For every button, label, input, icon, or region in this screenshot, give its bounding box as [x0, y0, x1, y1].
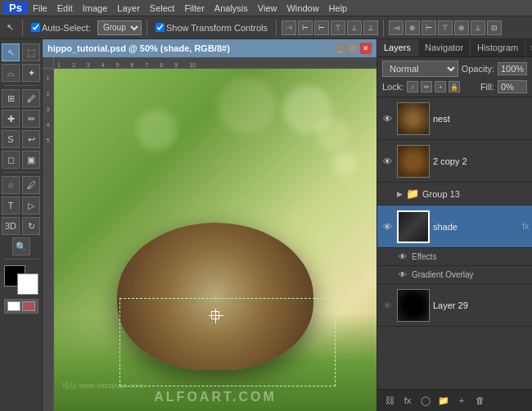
gradient-visibility-icon[interactable]: 👁: [397, 269, 408, 281]
tool-sep-1: [4, 85, 38, 86]
layer-2copy2[interactable]: 👁 2 copy 2: [377, 140, 532, 183]
pen-tool-btn[interactable]: 🖊: [22, 176, 40, 194]
tab-layers[interactable]: Layers: [377, 39, 418, 56]
effects-visibility-icon[interactable]: 👁: [397, 251, 408, 263]
layer-shade-visibility[interactable]: 👁: [381, 220, 394, 233]
align-bottom-icon[interactable]: ⊥: [363, 20, 378, 35]
new-layer-icon[interactable]: +: [454, 393, 469, 408]
crop-tool-btn[interactable]: ⊞: [2, 89, 20, 107]
menu-bar: Ps File Edit Image Layer Select Filter A…: [0, 0, 532, 16]
opacity-input[interactable]: [498, 62, 527, 75]
brush-tool-btn[interactable]: ✏: [22, 110, 40, 128]
menu-layer[interactable]: Layer: [112, 2, 145, 15]
dist-middle-icon[interactable]: ⊕: [454, 20, 469, 35]
background-color[interactable]: [17, 273, 38, 295]
dist-center-icon[interactable]: ⊕: [405, 20, 420, 35]
close-button[interactable]: ✕: [360, 43, 372, 54]
menu-window[interactable]: Window: [282, 2, 323, 15]
add-style-icon[interactable]: fx: [400, 393, 415, 408]
align-left-icon[interactable]: ⊣: [282, 20, 296, 35]
layer-nest[interactable]: 👁 nest: [377, 97, 532, 140]
new-group-icon[interactable]: 📁: [436, 393, 451, 408]
rotate-view-btn[interactable]: ↻: [22, 217, 40, 235]
toolbar-divider-2: [147, 20, 147, 36]
layer-nest-thumb: [397, 102, 430, 135]
group-expand-arrow[interactable]: ▶: [397, 190, 403, 198]
blend-mode-select[interactable]: Normal: [382, 61, 458, 77]
eyedrop-tool-btn[interactable]: 🖉: [22, 89, 40, 107]
lock-all-icon[interactable]: 🔒: [449, 81, 460, 93]
layer-group13[interactable]: ▶ 📁 Group 13: [377, 183, 532, 206]
lock-icons: / ✏ + 🔒: [407, 81, 460, 93]
move-tool-icon[interactable]: ↖: [3, 20, 17, 34]
align-right-icon[interactable]: ⊢: [314, 20, 329, 35]
lock-pixels-icon[interactable]: ✏: [421, 81, 432, 93]
shape-tool-btn[interactable]: ▷: [22, 196, 40, 215]
toolbar-divider-3: [276, 20, 277, 36]
layer-29-name: Layer 29: [433, 300, 529, 310]
dist-extra-icon[interactable]: ⊟: [487, 20, 502, 35]
selection-tool-btn[interactable]: ⬚: [22, 43, 40, 61]
align-center-h-icon[interactable]: ⊢: [298, 20, 313, 35]
layer-nest-visibility[interactable]: 👁: [381, 112, 394, 125]
vertical-ruler: 1 2 3 4 5: [43, 69, 54, 411]
link-layers-icon[interactable]: ⛓: [382, 393, 397, 408]
ruler-tick-6: 6: [131, 62, 134, 68]
maximize-button[interactable]: □: [347, 43, 358, 54]
menu-edit[interactable]: Edit: [52, 2, 78, 15]
align-middle-icon[interactable]: ⊥: [347, 20, 362, 35]
lock-transparent-icon[interactable]: /: [407, 81, 418, 93]
gradient-tool-btn[interactable]: ▣: [22, 151, 40, 169]
layer-2copy2-visibility[interactable]: 👁: [381, 155, 394, 168]
opacity-label: Opacity:: [462, 64, 494, 74]
layer-shade[interactable]: 👁 shade fx: [377, 206, 532, 248]
group-select-dropdown[interactable]: Group: [97, 20, 142, 35]
thumb-shade-img: [399, 212, 428, 242]
spot-heal-btn[interactable]: ✚: [2, 110, 20, 128]
menu-image[interactable]: Image: [78, 2, 113, 15]
move-tool-btn[interactable]: ↖: [2, 43, 20, 61]
layer-29-visibility[interactable]: 👁: [381, 299, 394, 312]
canvas-viewport[interactable]: 论坛 www.missyuan.com ALFOART.COM: [54, 69, 376, 411]
clone-stamp-btn[interactable]: S: [2, 130, 20, 148]
tool-sep-3: [4, 259, 38, 260]
ruler-tick-5: 5: [116, 62, 119, 68]
magic-wand-btn[interactable]: ✦: [22, 64, 40, 82]
add-mask-icon[interactable]: ◯: [418, 393, 433, 408]
dist-top-icon[interactable]: ⊤: [438, 20, 453, 35]
menu-select[interactable]: Select: [145, 2, 180, 15]
align-top-icon[interactable]: ⊤: [331, 20, 345, 35]
dist-right-icon[interactable]: ⊢: [422, 20, 436, 35]
tab-histogram[interactable]: Histogram: [471, 39, 525, 56]
lock-position-icon[interactable]: +: [435, 81, 446, 93]
tab-navigator[interactable]: Navigator: [418, 39, 471, 56]
mode-buttons[interactable]: [4, 299, 38, 314]
layer-nest-name: nest: [433, 114, 529, 124]
panel-close-icon[interactable]: ≡: [525, 39, 532, 56]
auto-select-checkbox[interactable]: [31, 23, 40, 32]
canvas-area: hippo_tutorial.psd @ 50% (shade, RGB/8#)…: [43, 39, 376, 411]
menu-filter[interactable]: Filter: [179, 2, 209, 15]
fill-input[interactable]: [498, 80, 527, 93]
menu-analysis[interactable]: Analysis: [210, 2, 253, 15]
dist-bottom-icon[interactable]: ⊥: [471, 20, 485, 35]
zoom-tool-btn[interactable]: 🔍: [12, 237, 30, 255]
eraser-tool-btn[interactable]: ◻: [2, 151, 20, 169]
show-transform-checkbox[interactable]: [156, 23, 165, 32]
3d-tool-btn[interactable]: 3D: [2, 217, 20, 235]
dist-left-icon[interactable]: ⫤: [389, 20, 404, 35]
menu-view[interactable]: View: [253, 2, 282, 15]
layer-2copy2-info: 2 copy 2: [433, 156, 529, 166]
menu-file[interactable]: File: [28, 2, 52, 15]
history-brush-btn[interactable]: ↩: [22, 130, 40, 148]
dodge-tool-btn[interactable]: ○: [2, 176, 20, 194]
delete-layer-icon[interactable]: 🗑: [472, 393, 487, 408]
menu-help[interactable]: Help: [324, 2, 353, 15]
ruler-corner: [43, 57, 54, 69]
canvas-title: hippo_tutorial.psd @ 50% (shade, RGB/8#): [47, 43, 230, 53]
v-tick-5: 5: [47, 138, 50, 143]
lasso-tool-btn[interactable]: ⌓: [2, 64, 20, 82]
text-tool-btn[interactable]: T: [2, 196, 20, 215]
minimize-button[interactable]: _: [334, 43, 345, 54]
layer-29[interactable]: 👁 Layer 29: [377, 284, 532, 327]
